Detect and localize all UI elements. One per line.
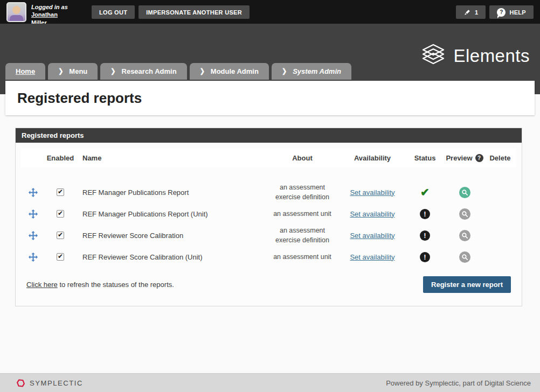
col-preview-label: Preview	[446, 154, 472, 162]
tab-module-admin-label: Module Admin	[211, 67, 259, 75]
drag-move-icon[interactable]	[29, 188, 38, 197]
page-title: Registered reports	[17, 90, 142, 107]
preview-help-icon[interactable]: ?	[475, 154, 483, 162]
chevron-right-icon: ❯	[58, 67, 63, 75]
user-avatar[interactable]	[6, 2, 26, 22]
elements-logo: Elements	[420, 44, 530, 68]
col-preview: Preview ?	[445, 154, 484, 162]
col-enabled: Enabled	[45, 154, 76, 162]
report-name: REF Reviewer Score Calibration (Unit)	[76, 253, 265, 261]
table-row: ✔ REF Manager Publications Report an ass…	[21, 181, 516, 203]
logged-in-as-label: Logged in as	[31, 3, 70, 11]
tab-home-label: Home	[16, 67, 35, 75]
chevron-right-icon: ❯	[110, 67, 115, 75]
notes-button[interactable]: 1	[456, 5, 486, 19]
logout-button[interactable]: LOG OUT	[92, 5, 135, 19]
enabled-checkbox[interactable]: ✔	[57, 210, 64, 218]
page-footer: SYMPLECTIC Powered by Symplectic, part o…	[0, 373, 540, 392]
chevron-right-icon: ❯	[200, 67, 205, 75]
tab-module-admin[interactable]: ❯ Module Admin	[190, 63, 269, 80]
report-about: an assessment exercise definition	[265, 226, 340, 245]
table-row: ✔ REF Manager Publications Report (Unit)…	[21, 203, 516, 225]
brand-name: Elements	[453, 46, 530, 66]
refresh-text-rest: to refresh the statuses of the reports.	[58, 281, 174, 289]
layers-icon	[420, 44, 446, 68]
top-bar: Logged in as Jonathan Miller LOG OUT IMP…	[0, 0, 540, 24]
app-window: Logged in as Jonathan Miller LOG OUT IMP…	[0, 0, 540, 392]
report-about: an assessment exercise definition	[265, 183, 340, 202]
set-availability-link[interactable]: Set availability	[350, 253, 394, 261]
checkbox-tick: ✔	[58, 253, 63, 260]
set-availability-link[interactable]: Set availability	[350, 188, 394, 197]
drag-move-icon[interactable]	[29, 209, 38, 219]
set-availability-link[interactable]: Set availability	[350, 210, 394, 218]
panel-actions: Click here to refresh the statuses of th…	[26, 276, 511, 293]
table-header-row: Enabled Name About Availability Status P…	[21, 148, 516, 167]
report-about: an assessment unit	[265, 209, 340, 219]
enabled-checkbox[interactable]: ✔	[57, 188, 64, 196]
report-name: REF Manager Publications Report (Unit)	[76, 210, 265, 218]
question-mark: ?	[477, 155, 481, 161]
table-row: ✔ REF Reviewer Score Calibration (Unit) …	[21, 246, 516, 268]
tab-research-admin-label: Research Admin	[122, 67, 177, 75]
col-status: Status	[405, 154, 445, 162]
col-name: Name	[76, 154, 265, 162]
main-content: Registered reports Registered reports En…	[0, 94, 540, 373]
registered-reports-panel: Registered reports Enabled Name About Av…	[15, 128, 522, 306]
impersonate-button[interactable]: IMPERSONATE ANOTHER USER	[139, 5, 250, 19]
help-button[interactable]: ? HELP	[489, 5, 534, 19]
report-name: REF Reviewer Score Calibration	[76, 232, 265, 240]
tab-menu-label: Menu	[69, 67, 87, 75]
notes-count-badge: 1	[475, 9, 478, 16]
col-about: About	[265, 154, 340, 162]
symplectic-brand: SYMPLECTIC	[16, 379, 83, 388]
status-warning-icon: !	[420, 209, 430, 219]
register-new-report-button[interactable]: Register a new report	[423, 276, 511, 293]
pencil-icon	[463, 9, 471, 16]
hexagon-icon	[16, 379, 25, 388]
col-availability: Availability	[340, 154, 405, 162]
title-bar: Registered reports	[5, 81, 535, 115]
tab-home[interactable]: Home	[5, 63, 45, 80]
report-about: an assessment unit	[265, 252, 340, 262]
preview-button[interactable]	[459, 208, 470, 220]
enabled-checkbox[interactable]: ✔	[57, 253, 64, 261]
report-name: REF Manager Publications Report	[76, 188, 265, 197]
preview-button[interactable]	[459, 187, 470, 198]
status-warning-icon: !	[420, 252, 430, 262]
chevron-right-icon: ❯	[282, 67, 287, 75]
refresh-statuses-text: Click here to refresh the statuses of th…	[26, 281, 174, 289]
tab-menu[interactable]: ❯ Menu	[48, 63, 98, 80]
login-info: Logged in as Jonathan Miller	[31, 2, 70, 26]
drag-move-icon[interactable]	[29, 231, 38, 240]
tab-research-admin[interactable]: ❯ Research Admin	[100, 63, 186, 80]
status-warning-icon: !	[420, 230, 430, 241]
exclamation-mark: !	[424, 253, 426, 261]
table-row: ✔ REF Reviewer Score Calibration an asse…	[21, 225, 516, 246]
click-here-link[interactable]: Click here	[26, 281, 58, 289]
panel-header: Registered reports	[16, 128, 522, 143]
help-button-label: HELP	[509, 9, 526, 16]
powered-by-text: Powered by Symplectic, part of Digital S…	[386, 379, 531, 387]
col-delete: Delete	[484, 154, 516, 162]
set-availability-link[interactable]: Set availability	[350, 232, 394, 240]
question-mark: ?	[500, 9, 503, 15]
help-bubble-icon: ?	[497, 8, 506, 17]
status-ok-icon: ✔	[420, 186, 430, 199]
drag-move-icon[interactable]	[29, 253, 38, 262]
panel-body: Enabled Name About Availability Status P…	[16, 143, 522, 306]
tab-system-admin-label: System Admin	[293, 67, 341, 75]
preview-button[interactable]	[459, 230, 470, 241]
preview-button[interactable]	[459, 251, 470, 263]
nav-tabs: Home ❯ Menu ❯ Research Admin ❯ Module Ad…	[5, 63, 351, 80]
checkbox-tick: ✔	[58, 232, 63, 238]
checkbox-tick: ✔	[58, 188, 63, 195]
tab-system-admin[interactable]: ❯ System Admin	[272, 63, 351, 80]
exclamation-mark: !	[424, 210, 426, 218]
enabled-checkbox[interactable]: ✔	[57, 232, 64, 239]
exclamation-mark: !	[424, 232, 426, 240]
checkbox-tick: ✔	[58, 210, 63, 216]
symplectic-brand-label: SYMPLECTIC	[30, 379, 83, 387]
